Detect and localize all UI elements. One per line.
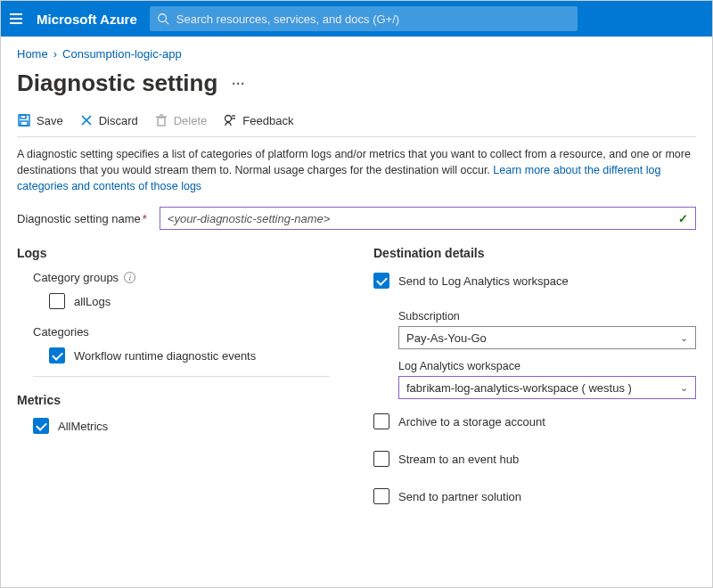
chevron-down-icon: ⌄: [680, 332, 688, 344]
destination-heading: Destination details: [373, 246, 696, 260]
required-indicator: *: [143, 212, 147, 225]
more-actions-button[interactable]: ···: [228, 77, 249, 91]
setting-name-label: Diagnostic setting name*: [17, 212, 147, 225]
dest-storage-checkbox[interactable]: [373, 413, 389, 429]
metrics-heading: Metrics: [17, 393, 356, 407]
dest-partner-row[interactable]: Send to partner solution: [373, 488, 696, 504]
feedback-button[interactable]: Feedback: [223, 113, 293, 127]
setting-name-row: Diagnostic setting name* <your-diagnosti…: [17, 207, 696, 230]
breadcrumb: Home › Consumption-logic-app: [17, 47, 696, 61]
dest-eventhub-checkbox[interactable]: [373, 451, 389, 467]
dest-log-analytics-row[interactable]: Send to Log Analytics workspace: [373, 273, 696, 289]
workspace-select[interactable]: fabrikam-log-analytics-workspace ( westu…: [398, 376, 696, 399]
info-icon[interactable]: i: [124, 272, 135, 283]
dest-partner-checkbox[interactable]: [373, 488, 389, 504]
command-bar: Save Discard Delete Feedback: [17, 113, 696, 137]
feedback-icon: [223, 113, 237, 127]
subscription-label: Subscription: [398, 310, 696, 323]
page-title: Diagnostic setting: [17, 69, 217, 97]
dest-eventhub-row[interactable]: Stream to an event hub: [373, 451, 696, 467]
svg-rect-7: [158, 118, 165, 126]
svg-point-0: [159, 14, 167, 22]
allmetrics-row[interactable]: AllMetrics: [17, 418, 356, 434]
svg-line-1: [165, 21, 168, 25]
save-icon: [17, 113, 31, 127]
workflow-events-row[interactable]: Workflow runtime diagnostic events: [33, 347, 356, 363]
dest-log-analytics-checkbox[interactable]: [373, 273, 389, 289]
divider: [33, 376, 330, 377]
search-icon: [157, 12, 169, 25]
close-icon: [79, 113, 94, 127]
menu-icon[interactable]: [8, 10, 24, 28]
top-navbar: Microsoft Azure Search resources, servic…: [1, 1, 712, 37]
description-text: A diagnostic setting specifies a list of…: [17, 146, 696, 194]
svg-rect-3: [20, 115, 26, 118]
dest-storage-row[interactable]: Archive to a storage account: [373, 413, 696, 429]
check-icon: ✓: [678, 212, 688, 225]
svg-rect-4: [20, 121, 28, 126]
global-search[interactable]: Search resources, services, and docs (G+…: [150, 6, 578, 31]
svg-point-10: [225, 116, 232, 122]
save-button[interactable]: Save: [17, 113, 63, 127]
search-placeholder: Search resources, services, and docs (G+…: [176, 12, 399, 26]
breadcrumb-home[interactable]: Home: [17, 47, 48, 61]
page-title-row: Diagnostic setting ···: [17, 69, 696, 97]
alllogs-row[interactable]: allLogs: [33, 293, 356, 309]
brand-label: Microsoft Azure: [37, 12, 137, 27]
logs-heading: Logs: [17, 246, 356, 260]
setting-name-input[interactable]: <your-diagnostic-setting-name> ✓: [160, 207, 696, 230]
trash-icon: [154, 113, 168, 127]
breadcrumb-resource[interactable]: Consumption-logic-app: [62, 47, 182, 61]
chevron-right-icon: ›: [53, 47, 57, 61]
workspace-label: Log Analytics workspace: [398, 360, 696, 372]
delete-button: Delete: [154, 113, 208, 127]
workflow-events-checkbox[interactable]: [49, 347, 65, 363]
alllogs-checkbox[interactable]: [49, 293, 65, 309]
category-groups-label: Category groups i: [33, 271, 356, 284]
chevron-down-icon: ⌄: [680, 382, 688, 394]
subscription-select[interactable]: Pay-As-You-Go ⌄: [398, 326, 696, 349]
categories-label: Categories: [33, 325, 356, 339]
discard-button[interactable]: Discard: [79, 113, 138, 127]
allmetrics-checkbox[interactable]: [33, 418, 49, 434]
